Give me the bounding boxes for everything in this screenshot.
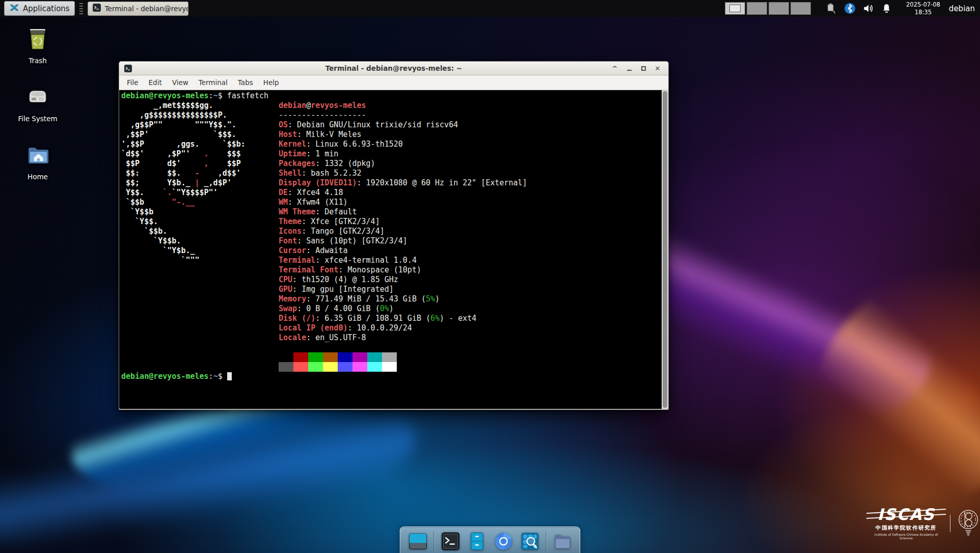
removable-media-icon[interactable] <box>826 3 837 14</box>
clock[interactable]: 2025-07-08 18:35 <box>906 1 940 16</box>
shell-command-line: debian@revyos-meles:~$ fastfetch <box>121 91 660 101</box>
palette-color-swatch <box>279 352 293 362</box>
workspace-1[interactable] <box>725 2 745 15</box>
text-segment: Terminal Font <box>279 265 338 274</box>
applications-label: Applications <box>23 4 70 13</box>
menu-item-file[interactable]: File <box>122 76 144 89</box>
scrollbar-thumb[interactable] <box>663 91 667 408</box>
palette-color-swatch <box>323 362 338 372</box>
dock-app-finder-icon[interactable] <box>520 531 540 552</box>
palette-color-swatch <box>352 352 367 362</box>
text-segment: `Y$$b. <box>121 236 181 245</box>
text-segment: $$$ <box>209 149 241 158</box>
maximize-button[interactable] <box>637 63 649 74</box>
close-button[interactable]: ✕ <box>651 63 664 74</box>
volume-icon[interactable] <box>862 3 874 14</box>
fastfetch-info-line: GPU: Img gpu [Integrated] <box>279 285 527 294</box>
palette-color-swatch <box>308 362 323 372</box>
terminal-viewport[interactable]: debian@revyos-meles:~$ fastfetch _,met$$… <box>119 90 668 409</box>
desktop-icon-filesystem[interactable]: File System <box>7 85 69 133</box>
text-segment: debian <box>279 101 306 110</box>
fastfetch-info-line: WM: Xfwm4 (X11) <box>279 198 527 207</box>
text-segment: ------------------- <box>279 110 366 120</box>
taskbar-button-label: Terminal - debian@revyos... <box>105 5 188 13</box>
text-segment: _,met$$$$$gg. <box>121 101 213 110</box>
palette-color-swatch <box>323 352 338 362</box>
taskbar-terminal-button[interactable]: Terminal - debian@revyos... <box>88 2 188 16</box>
text-segment: revyos-meles <box>311 101 366 110</box>
user-label: debian <box>949 4 975 13</box>
fastfetch-info-line: Cursor: Adwaita <box>279 246 527 256</box>
text-segment: $$; Y$b._ <box>121 178 195 187</box>
text-segment: : 1 min <box>306 149 338 158</box>
window-controls: ^✕ <box>609 63 664 74</box>
dock-separator-1 <box>434 531 434 551</box>
palette-color-swatch <box>367 352 382 362</box>
xfce-logo-icon <box>9 3 19 15</box>
color-palette-row-2 <box>279 362 527 372</box>
text-segment: : Monospace (10pt) <box>338 265 421 274</box>
minimize-button[interactable] <box>623 63 635 74</box>
palette-color-swatch <box>338 352 352 362</box>
workspace-2[interactable] <box>747 2 767 15</box>
text-segment: Disk (/) <box>279 314 315 323</box>
pager-window-preview <box>729 5 741 12</box>
dock-file-manager-icon[interactable] <box>467 531 487 552</box>
panel-grip-handle[interactable] <box>79 3 83 14</box>
fastfetch-info-line: OS: Debian GNU/Linux trixie/sid riscv64 <box>279 120 527 130</box>
text-segment: Cursor <box>279 246 306 255</box>
text-segment: : Xfce [GTK2/3/4] <box>302 217 380 226</box>
menu-item-tabs[interactable]: Tabs <box>233 76 258 89</box>
menu-item-edit[interactable]: Edit <box>144 76 167 89</box>
fastfetch-info-line: Font: Sans (10pt) [GTK2/3/4] <box>279 236 527 246</box>
text-segment: : Xfwm4 (X11) <box>288 198 347 207</box>
fastfetch-info-line: CPU: th1520 (4) @ 1.85 GHz <box>279 275 527 285</box>
text-segment: `. <box>162 188 172 197</box>
dock-terminal-icon[interactable] <box>440 531 461 552</box>
text-segment: `$$b. <box>121 227 167 236</box>
dock-show-desktop-icon[interactable] <box>407 531 428 552</box>
fastfetch-info-line: Terminal Font: Monospace (10pt) <box>279 265 527 275</box>
text-segment: ,$$P' `$$$. <box>121 130 236 139</box>
bluetooth-icon[interactable] <box>844 3 856 14</box>
palette-color-swatch <box>382 352 397 362</box>
color-palette-row-1 <box>279 352 527 362</box>
shade-button[interactable]: ^ <box>609 63 621 74</box>
text-segment: : Default <box>315 207 357 216</box>
text-segment: `d$$' ,$P"' <box>121 149 204 158</box>
text-segment: ) - ext4 <box>440 314 476 323</box>
text-segment: : th1520 (4) @ 1.85 GHz <box>292 275 398 284</box>
notifications-icon[interactable] <box>881 3 892 14</box>
text-segment: `""" <box>121 256 200 265</box>
applications-menu-button[interactable]: Applications <box>4 1 75 16</box>
dock-folder-icon[interactable] <box>552 531 573 552</box>
dock-chromium-icon[interactable] <box>493 531 514 552</box>
text-segment: Uptime <box>279 149 306 158</box>
terminal-scrollbar[interactable] <box>662 90 668 409</box>
desktop-icon-trash[interactable]: Trash <box>7 26 69 75</box>
plct-emblem <box>957 508 980 539</box>
iscas-english-name: Institute of Software Chinese Academy of… <box>868 533 944 540</box>
iscas-separator <box>950 515 950 532</box>
text-segment: : Linux 6.6.93-th1520 <box>306 140 403 149</box>
text-segment: ',$$P ,ggs. `$$b: <box>121 140 246 149</box>
text-segment: OS <box>279 120 288 129</box>
fastfetch-info-line: Terminal: xfce4-terminal 1.0.4 <box>279 256 527 265</box>
text-segment: Host <box>279 130 297 139</box>
desktop-icon-home[interactable]: Home <box>7 143 69 191</box>
workspace-4[interactable] <box>791 2 811 15</box>
workspace-3[interactable] <box>769 2 789 15</box>
text-segment: Icons <box>279 227 302 236</box>
fastfetch-info-line: Memory: 771.49 MiB / 15.43 GiB (5%) <box>279 294 527 304</box>
text-segment: Display (IDVED11) <box>279 178 357 187</box>
trash-icon <box>25 26 50 53</box>
terminal-icon <box>92 3 101 14</box>
fastfetch-info-line: Uptime: 1 min <box>279 149 527 159</box>
window-titlebar[interactable]: Terminal - debian@revyos-meles: ~ ^✕ <box>119 62 668 75</box>
menu-item-help[interactable]: Help <box>258 76 284 89</box>
menu-item-terminal[interactable]: Terminal <box>194 76 233 89</box>
menu-item-view[interactable]: View <box>167 76 194 89</box>
text-segment: : Img gpu [Integrated] <box>292 285 394 294</box>
terminal-window: Terminal - debian@revyos-meles: ~ ^✕ Fil… <box>119 61 669 410</box>
text-segment: Terminal <box>279 256 315 265</box>
